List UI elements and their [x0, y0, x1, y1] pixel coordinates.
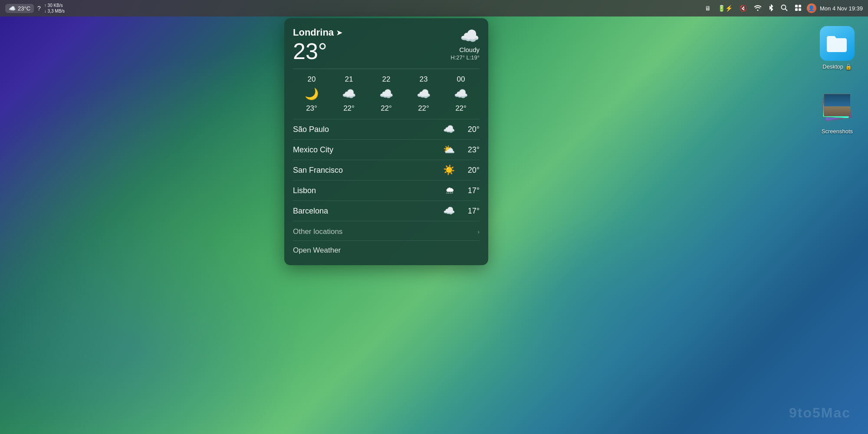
city-row-barcelona[interactable]: Barcelona ☁️ 17° — [293, 201, 480, 221]
city-row-san-francisco[interactable]: San Francisco ☀️ 20° — [293, 160, 480, 180]
hour-label-4: 00 — [457, 75, 465, 84]
hour-col-2: 22 ☁️ 22° — [368, 75, 405, 113]
open-weather-label: Open Weather — [293, 246, 341, 254]
city-right-lisbon: 🌧 17° — [445, 185, 480, 196]
desktop-folder-icon[interactable]: Desktop 🔒 — [820, 26, 855, 70]
condition-text: Cloudy — [450, 46, 480, 53]
city-right-barcelona: ☁️ 17° — [443, 205, 480, 217]
city-name-mexico-city: Mexico City — [293, 145, 333, 155]
hour-temp-1: 22° — [343, 104, 355, 113]
svg-rect-6 — [799, 8, 801, 11]
location-header: Londrina ➤ 23° ☁️ Cloudy H:27° L:19° — [293, 27, 480, 62]
svg-rect-5 — [795, 8, 798, 11]
hour-label-2: 22 — [382, 75, 391, 84]
hour-label-3: 23 — [420, 75, 428, 84]
city-name-san-francisco: San Francisco — [293, 166, 343, 175]
network-speeds: ↑ 30 KB/s ↓ 3,3 MB/s — [44, 3, 65, 14]
wifi-icon[interactable] — [752, 4, 763, 13]
svg-rect-3 — [795, 5, 798, 7]
network-download: ↓ 3,3 MB/s — [44, 8, 65, 14]
location-text: Londrina — [293, 27, 334, 38]
hour-icon-3: ☁️ — [417, 87, 431, 101]
hour-col-1: 21 ☁️ 22° — [330, 75, 368, 113]
svg-rect-4 — [799, 5, 801, 7]
hour-icon-2: ☁️ — [379, 87, 393, 101]
city-right-mexico-city: ⛅ 23° — [443, 144, 480, 155]
watermark: 9to5Mac — [789, 405, 851, 421]
folder-icon-image — [820, 26, 855, 61]
display-icon[interactable]: 🖥 — [703, 4, 713, 13]
city-temp-barcelona: 17° — [460, 207, 480, 216]
desktop-icons: Desktop 🔒 Screenshots — [819, 26, 855, 135]
location-left: Londrina ➤ 23° — [293, 27, 342, 62]
city-name-barcelona: Barcelona — [293, 207, 328, 216]
high-temp: H:27° — [450, 54, 465, 61]
hour-temp-4: 22° — [455, 104, 467, 113]
menubar: ☁️ 23°C ? ↑ 30 KB/s ↓ 3,3 MB/s 🖥 🔋⚡ 🔇 — [0, 0, 868, 16]
bluetooth-icon[interactable] — [767, 3, 776, 14]
city-icon-barcelona: ☁️ — [443, 205, 455, 217]
city-temp-lisbon: 17° — [460, 186, 480, 195]
help-button[interactable]: ? — [36, 4, 43, 13]
hourly-divider — [293, 69, 480, 69]
current-temperature: 23° — [293, 40, 342, 62]
location-arrow-icon: ➤ — [336, 29, 342, 37]
condition-cloud-icon: ☁️ — [450, 27, 480, 45]
weather-cloud-icon: ☁️ — [9, 5, 16, 12]
city-row-lisbon[interactable]: Lisbon 🌧 17° — [293, 180, 480, 201]
control-center-icon[interactable] — [793, 3, 803, 13]
city-icon-lisbon: 🌧 — [445, 185, 455, 196]
city-list: São Paulo ☁️ 20° Mexico City ⛅ 23° San F… — [293, 119, 480, 221]
screenshots-stack-icon[interactable]: Screenshots — [819, 92, 855, 135]
city-name-sao-paulo: São Paulo — [293, 125, 329, 134]
screenshots-stack-image — [819, 92, 855, 125]
hour-icon-1: ☁️ — [342, 87, 356, 101]
hour-col-0: 20 🌙 23° — [293, 75, 330, 113]
hour-col-3: 23 ☁️ 22° — [405, 75, 442, 113]
screenshots-label: Screenshots — [822, 128, 853, 135]
weather-dropdown: Londrina ➤ 23° ☁️ Cloudy H:27° L:19° 20 … — [284, 18, 488, 265]
svg-line-2 — [785, 9, 787, 11]
city-row-mexico-city[interactable]: Mexico City ⛅ 23° — [293, 139, 480, 160]
hour-temp-0: 23° — [306, 104, 317, 113]
hourly-forecast: 20 🌙 23° 21 ☁️ 22° 22 ☁️ 22° 23 ☁️ 22° 0… — [293, 75, 480, 113]
city-right-sao-paulo: ☁️ 20° — [443, 124, 480, 135]
low-temp: L:19° — [466, 54, 480, 61]
menubar-right: 🖥 🔋⚡ 🔇 — [703, 3, 863, 14]
desktop-folder-label: Desktop 🔒 — [822, 63, 852, 70]
other-locations-row[interactable]: Other locations › — [293, 221, 480, 240]
open-weather-row[interactable]: Open Weather — [293, 240, 480, 256]
city-temp-san-francisco: 20° — [460, 166, 480, 175]
svg-point-1 — [781, 5, 786, 9]
location-right: ☁️ Cloudy H:27° L:19° — [450, 27, 480, 61]
hour-temp-3: 22° — [418, 104, 429, 113]
hour-label-1: 21 — [345, 75, 353, 84]
weather-menubar-button[interactable]: ☁️ 23°C — [5, 4, 34, 13]
city-name-lisbon: Lisbon — [293, 186, 316, 195]
city-temp-sao-paulo: 20° — [460, 125, 480, 134]
other-locations-label: Other locations — [293, 227, 342, 236]
hour-icon-0: 🌙 — [305, 87, 319, 101]
city-icon-sao-paulo: ☁️ — [443, 124, 455, 135]
network-upload: ↑ 30 KB/s — [44, 3, 65, 8]
other-locations-chevron-icon: › — [477, 228, 480, 235]
battery-icon[interactable]: 🔋⚡ — [716, 4, 734, 13]
city-icon-san-francisco: ☀️ — [443, 164, 455, 176]
hour-icon-4: ☁️ — [454, 87, 468, 101]
hi-lo: H:27° L:19° — [450, 54, 480, 61]
hour-col-4: 00 ☁️ 22° — [442, 75, 480, 113]
weather-menubar-temp: 23°C — [18, 5, 30, 12]
search-icon[interactable] — [779, 3, 789, 13]
menubar-left: ☁️ 23°C ? ↑ 30 KB/s ↓ 3,3 MB/s — [5, 3, 65, 14]
city-icon-mexico-city: ⛅ — [443, 144, 455, 155]
city-row-sao-paulo[interactable]: São Paulo ☁️ 20° — [293, 119, 480, 139]
datetime: Mon 4 Nov 19:39 — [820, 5, 863, 12]
city-right-san-francisco: ☀️ 20° — [443, 164, 480, 176]
hour-label-0: 20 — [308, 75, 316, 84]
avatar-icon[interactable]: 👤 — [807, 3, 816, 13]
city-temp-mexico-city: 23° — [460, 145, 480, 155]
location-name: Londrina ➤ — [293, 27, 342, 38]
hour-temp-2: 22° — [381, 104, 392, 113]
mute-icon[interactable]: 🔇 — [738, 4, 749, 13]
